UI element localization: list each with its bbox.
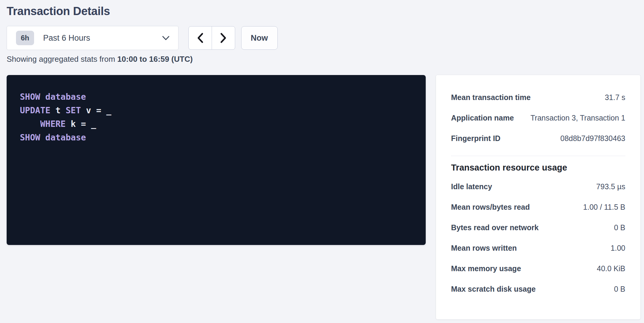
detail-label: Bytes read over network: [451, 223, 538, 232]
detail-value: 40.0 KiB: [597, 264, 625, 273]
detail-row-max-memory-usage: Max memory usage 40.0 KiB: [451, 258, 625, 279]
sql-line: SHOW database: [20, 131, 414, 144]
time-range-label: Past 6 Hours: [43, 33, 90, 43]
sql-line: WHERE k = _: [20, 117, 414, 131]
detail-row-fingerprint-id: Fingerprint ID 08d8b7d97f830463: [451, 128, 625, 149]
page-title: Transaction Details: [7, 5, 640, 18]
chevron-down-icon: [162, 36, 170, 41]
detail-row-application-name: Application name Transaction 3, Transact…: [451, 108, 625, 128]
detail-label: Max memory usage: [451, 264, 521, 273]
detail-label: Mean rows written: [451, 244, 517, 252]
chevron-right-icon: [220, 33, 227, 43]
detail-row-bytes-read-over-network: Bytes read over network 0 B: [451, 217, 625, 238]
detail-label: Max scratch disk usage: [451, 285, 536, 293]
detail-value: 1.00 / 11.5 B: [583, 203, 625, 212]
chevron-left-icon: [197, 33, 204, 43]
stats-caption-prefix: Showing aggregated stats from: [7, 55, 117, 64]
detail-value: 0 B: [614, 223, 625, 232]
detail-value: 0 B: [614, 285, 625, 293]
detail-value: 1.00: [611, 244, 625, 252]
next-time-button[interactable]: [212, 26, 235, 50]
detail-row-max-scratch-disk-usage: Max scratch disk usage 0 B: [451, 279, 625, 299]
previous-time-button[interactable]: [188, 26, 212, 50]
detail-value: 08d8b7d97f830463: [560, 134, 625, 143]
detail-value: 793.5 µs: [596, 182, 625, 191]
detail-label: Application name: [451, 114, 514, 122]
time-range-dropdown[interactable]: 6h Past 6 Hours: [7, 26, 178, 50]
card-divider: [451, 156, 625, 156]
stats-caption-range: 10:00 to 16:59 (UTC): [117, 55, 193, 64]
detail-value: 31.7 s: [605, 93, 625, 102]
detail-label: Fingerprint ID: [451, 134, 500, 143]
sql-line: SHOW database: [20, 90, 414, 104]
detail-label: Mean transaction time: [451, 93, 531, 102]
sql-line: UPDATE t SET v = _: [20, 104, 414, 117]
detail-row-idle-latency: Idle latency 793.5 µs: [451, 176, 625, 197]
main-content: SHOW database UPDATE t SET v = _ WHERE k…: [7, 75, 640, 319]
detail-value: Transaction 3, Transaction 1: [530, 114, 625, 122]
time-controls: 6h Past 6 Hours Now: [7, 26, 640, 50]
detail-label: Mean rows/bytes read: [451, 203, 530, 212]
transaction-details-page: Transaction Details 6h Past 6 Hours Now: [0, 0, 644, 323]
sql-statement-box: SHOW database UPDATE t SET v = _ WHERE k…: [7, 75, 426, 245]
transaction-details-card: Mean transaction time 31.7 s Application…: [436, 75, 640, 319]
time-range-badge: 6h: [16, 31, 34, 45]
detail-row-mean-rows-bytes-read: Mean rows/bytes read 1.00 / 11.5 B: [451, 197, 625, 217]
now-button[interactable]: Now: [241, 26, 278, 50]
time-nav-buttons: [188, 26, 235, 50]
detail-row-mean-transaction-time: Mean transaction time 31.7 s: [451, 87, 625, 108]
detail-row-mean-rows-written: Mean rows written 1.00: [451, 238, 625, 258]
aggregated-stats-caption: Showing aggregated stats from 10:00 to 1…: [7, 55, 640, 64]
resource-usage-heading: Transaction resource usage: [451, 163, 625, 173]
detail-label: Idle latency: [451, 182, 492, 191]
